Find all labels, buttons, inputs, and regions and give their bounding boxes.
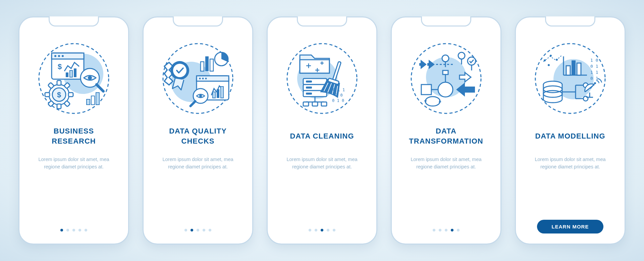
phone-notch	[297, 16, 347, 27]
phone-notch	[173, 16, 223, 27]
screen-description: Lorem ipsum dolor sit amet, mea regione …	[524, 156, 616, 171]
svg-rect-18	[68, 93, 73, 97]
svg-rect-26	[91, 96, 95, 105]
svg-text:0 1 1: 0 1 1	[333, 88, 345, 92]
svg-line-13	[97, 85, 103, 91]
svg-rect-52	[306, 81, 312, 83]
svg-rect-41	[213, 92, 215, 98]
svg-point-72	[442, 55, 449, 62]
pagination-dot[interactable]	[457, 229, 460, 231]
svg-rect-37	[197, 76, 229, 81]
phone-notch	[421, 16, 471, 27]
data-cleaning-icon: 0 1 1 1 0 0 1 0	[285, 42, 359, 115]
svg-point-45	[199, 95, 202, 97]
svg-rect-92	[572, 60, 576, 75]
svg-text:1 1: 1 1	[590, 70, 598, 75]
svg-rect-93	[577, 63, 581, 75]
svg-rect-43	[221, 87, 223, 98]
pagination-dot[interactable]	[60, 229, 63, 231]
pagination-dot[interactable]	[66, 229, 69, 231]
svg-text:$: $	[58, 62, 62, 71]
svg-point-12	[88, 76, 92, 80]
screen-title: DATA MODELLING	[535, 126, 605, 146]
svg-rect-3	[52, 53, 84, 59]
svg-rect-33	[205, 56, 209, 71]
pagination-dots	[309, 229, 335, 233]
pagination-dots	[60, 229, 87, 233]
pagination-dot[interactable]	[321, 229, 323, 231]
svg-text:$: $	[57, 91, 61, 99]
pagination-dot[interactable]	[209, 229, 211, 231]
pagination-dot[interactable]	[85, 229, 87, 231]
screen-title: DATA CLEANING	[290, 126, 354, 146]
svg-point-80	[438, 82, 453, 97]
screen-description: Lorem ipsum dolor sit amet, mea regione …	[400, 156, 492, 171]
svg-point-74	[458, 52, 465, 59]
svg-point-5	[58, 55, 60, 57]
pagination-dot[interactable]	[203, 229, 205, 231]
business-research-icon: $	[37, 42, 111, 115]
onboarding-screen: 1 0 0 1 1 1 0 1	[515, 16, 626, 245]
svg-point-38	[199, 78, 201, 80]
svg-point-6	[62, 55, 64, 57]
data-transformation-icon	[409, 42, 483, 115]
data-quality-icon	[161, 42, 235, 115]
screen-title: BUSINESS RESEARCH	[52, 126, 96, 146]
screen-title: DATA QUALITY CHECKS	[169, 126, 227, 146]
svg-rect-25	[87, 99, 90, 105]
pagination-dot[interactable]	[445, 229, 447, 231]
svg-rect-53	[306, 87, 312, 89]
screen-description: Lorem ipsum dolor sit amet, mea regione …	[152, 156, 244, 171]
svg-point-4	[54, 55, 56, 57]
svg-rect-59	[321, 102, 327, 106]
svg-rect-34	[210, 59, 213, 71]
svg-rect-54	[306, 93, 312, 95]
svg-rect-42	[217, 89, 219, 98]
svg-rect-9	[70, 70, 72, 77]
onboarding-screen: DATA QUALITY CHECKS Lorem ipsum dolor si…	[143, 16, 253, 245]
svg-line-46	[191, 101, 195, 106]
onboarding-screen: DATA TRANSFORMATION Lorem ipsum dolor si…	[391, 16, 501, 245]
svg-point-40	[205, 78, 207, 80]
pagination-dot[interactable]	[191, 229, 193, 231]
pagination-dot[interactable]	[309, 229, 311, 231]
pagination-dot[interactable]	[72, 229, 75, 231]
pagination-dot[interactable]	[197, 229, 199, 231]
pagination-dots	[184, 229, 211, 233]
svg-point-31	[173, 64, 186, 77]
svg-rect-32	[201, 62, 204, 71]
pagination-dot[interactable]	[433, 229, 435, 231]
phone-notch	[545, 16, 595, 27]
pagination-dot[interactable]	[439, 229, 441, 231]
svg-text:1 0: 1 0	[335, 93, 343, 98]
onboarding-screen: $	[18, 16, 129, 245]
pagination-dot[interactable]	[327, 229, 329, 231]
svg-rect-10	[74, 68, 76, 77]
pagination-dot[interactable]	[78, 229, 81, 231]
onboarding-row: $	[18, 16, 626, 245]
svg-rect-78	[421, 85, 431, 95]
svg-text:0 1: 0 1	[590, 76, 598, 81]
svg-text:0 1: 0 1	[590, 64, 598, 69]
screen-description: Lorem ipsum dolor sit amet, mea regione …	[28, 156, 120, 171]
pagination-dot[interactable]	[333, 229, 335, 231]
svg-rect-15	[57, 81, 61, 85]
svg-rect-8	[66, 72, 68, 77]
phone-notch	[49, 16, 99, 27]
pagination-dot[interactable]	[451, 229, 453, 231]
learn-more-button[interactable]: LEARN MORE	[537, 220, 604, 233]
screen-description: Lorem ipsum dolor sit amet, mea regione …	[276, 156, 368, 171]
svg-text:1 0: 1 0	[590, 58, 598, 63]
pagination-dot[interactable]	[315, 229, 317, 231]
svg-rect-17	[45, 93, 50, 97]
svg-rect-27	[96, 93, 99, 105]
screen-title: DATA TRANSFORMATION	[409, 126, 483, 146]
svg-rect-58	[312, 102, 318, 106]
pagination-dot[interactable]	[184, 229, 187, 231]
svg-point-88	[548, 64, 550, 66]
data-modelling-icon: 1 0 0 1 1 1 0 1	[533, 42, 607, 115]
svg-point-108	[594, 82, 596, 84]
svg-rect-82	[443, 70, 448, 74]
svg-rect-91	[566, 66, 570, 75]
onboarding-screen: 0 1 1 1 0 0 1 0 DATA CLEANING Lorem ipsu…	[267, 16, 377, 245]
